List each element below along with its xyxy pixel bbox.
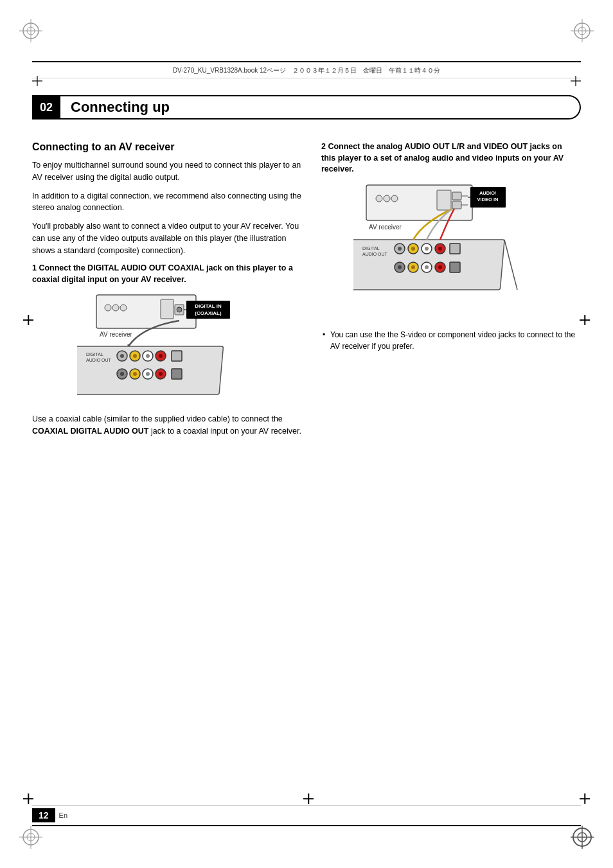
svg-line-88: [504, 240, 517, 290]
svg-point-22: [112, 305, 119, 311]
main-content: Connecting to an AV receiver To enjoy mu…: [32, 141, 581, 444]
corner-mark-bl: [19, 826, 42, 849]
svg-text:DIGITAL IN: DIGITAL IN: [195, 303, 222, 309]
crosshair-right: [580, 315, 590, 325]
svg-rect-58: [452, 192, 461, 200]
svg-text:AUDIO OUT: AUDIO OUT: [86, 358, 112, 362]
step1-caption: Use a coaxial cable (similar to the supp…: [32, 413, 302, 438]
svg-text:AUDIO/: AUDIO/: [479, 190, 497, 196]
svg-point-49: [146, 372, 150, 376]
svg-point-21: [105, 305, 111, 311]
svg-rect-87: [450, 262, 460, 272]
step1-heading: 1 Connect the DIGITAL AUDIO OUT COAXIAL …: [32, 263, 302, 285]
chapter-title: Connecting up: [71, 99, 170, 116]
corner-mark-tl: [19, 19, 42, 42]
svg-rect-24: [161, 299, 173, 319]
crosshair-header-left: [32, 76, 42, 88]
svg-text:DIGITAL: DIGITAL: [362, 246, 380, 251]
svg-point-54: [376, 195, 382, 202]
chapter-title-box: Connecting up: [60, 95, 581, 120]
corner-mark-br: [571, 826, 594, 849]
step1-diagram: DIGITAL IN (COAXIAL) AV receiver DIGITAL…: [32, 292, 302, 404]
step2-heading: 2 Connect the analog AUDIO OUT L/R and V…: [321, 141, 578, 175]
svg-point-42: [159, 354, 163, 358]
svg-point-86: [438, 265, 442, 269]
svg-text:VIDEO IN: VIDEO IN: [477, 197, 499, 202]
svg-point-77: [438, 247, 442, 251]
corner-mark-tr: [571, 19, 594, 42]
svg-point-36: [120, 354, 124, 358]
svg-point-45: [120, 372, 124, 376]
svg-rect-57: [437, 190, 451, 210]
step1-caption-bold: COAXIAL DIGITAL AUDIO OUT: [32, 427, 148, 436]
page-number: 12: [32, 808, 55, 822]
svg-rect-78: [450, 244, 460, 254]
crosshair-header-right: [571, 76, 581, 88]
page-lang: En: [59, 811, 67, 819]
header-text: DV-270_KU_VRB1328A.book 12ページ ２００３年１２月５日…: [32, 66, 581, 75]
section-title: Connecting to an AV receiver: [32, 141, 302, 153]
chapter-number: 02: [32, 95, 60, 120]
paragraph-1: To enjoy multichannel surround sound you…: [32, 159, 302, 184]
crosshair-bottom-center: [303, 793, 314, 804]
step2-svg: AUDIO/ VIDEO IN AV receiver DIGITAL AUDI…: [353, 182, 546, 320]
svg-point-56: [391, 195, 398, 202]
svg-point-23: [120, 305, 127, 311]
bullet-text: You can use the the S-video or component…: [321, 329, 578, 352]
svg-text:AV receiver: AV receiver: [100, 331, 133, 338]
right-column: 2 Connect the analog AUDIO OUT L/R and V…: [321, 141, 578, 444]
svg-point-75: [425, 247, 429, 251]
svg-rect-59: [452, 201, 461, 209]
svg-point-80: [398, 265, 402, 269]
svg-point-38: [133, 354, 137, 358]
step2-diagram: AUDIO/ VIDEO IN AV receiver DIGITAL AUDI…: [321, 182, 578, 320]
crosshair-bottom-right: [580, 793, 590, 804]
svg-text:DIGITAL: DIGITAL: [86, 352, 103, 357]
svg-point-73: [411, 247, 415, 251]
crosshair-bottom-left: [23, 793, 33, 804]
svg-rect-43: [172, 351, 182, 361]
svg-point-55: [384, 195, 390, 202]
svg-point-40: [146, 354, 150, 358]
svg-point-47: [133, 372, 137, 376]
svg-point-84: [425, 265, 429, 269]
left-column: Connecting to an AV receiver To enjoy mu…: [32, 141, 302, 444]
svg-text:(COAXIAL): (COAXIAL): [195, 310, 222, 316]
step1-svg: DIGITAL IN (COAXIAL) AV receiver DIGITAL…: [77, 292, 257, 404]
svg-point-82: [411, 265, 415, 269]
svg-text:AUDIO OUT: AUDIO OUT: [362, 252, 388, 256]
paragraph-3: You'll probably also want to connect a v…: [32, 220, 302, 256]
paragraph-2: In addition to a digital connection, we …: [32, 190, 302, 215]
header-area: DV-270_KU_VRB1328A.book 12ページ ２００３年１２月５日…: [32, 61, 581, 78]
footer-area: 12 En: [32, 805, 581, 826]
chapter-banner: 02 Connecting up: [32, 95, 581, 120]
svg-point-71: [398, 247, 402, 251]
svg-text:AV receiver: AV receiver: [369, 224, 402, 231]
svg-point-51: [159, 372, 163, 376]
svg-rect-52: [172, 369, 182, 379]
svg-point-26: [177, 307, 182, 312]
